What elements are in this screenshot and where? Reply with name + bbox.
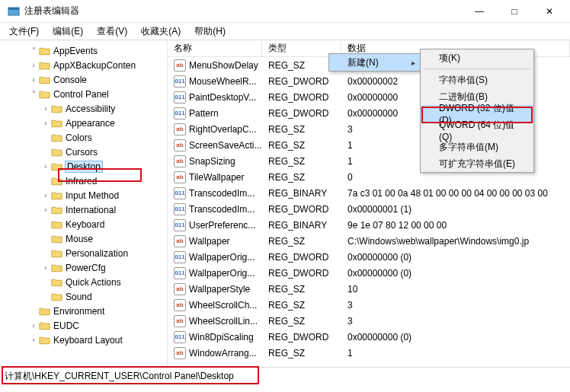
context-subitem[interactable]: 可扩充字符串值(E): [421, 155, 533, 172]
tree-node[interactable]: ›Keyboard Layout: [5, 333, 167, 347]
tree-node[interactable]: Colors: [5, 130, 167, 145]
context-menu[interactable]: 新建(N) ▸: [328, 53, 421, 72]
tree-node[interactable]: Cursors: [5, 145, 167, 159]
tree-node[interactable]: Environment: [5, 304, 167, 318]
close-button[interactable]: ✕: [532, 0, 567, 22]
tree-node[interactable]: ›Accessibility: [5, 101, 167, 116]
tree-node[interactable]: ›Console: [5, 72, 167, 87]
tree-node[interactable]: ›Appearance: [5, 116, 167, 130]
status-path: 计算机\HKEY_CURRENT_USER\Control Panel\Desk…: [5, 370, 234, 383]
tree-node[interactable]: Quick Actions: [5, 275, 167, 289]
expand-icon[interactable]: ›: [41, 191, 50, 199]
expand-icon[interactable]: ˅: [29, 46, 38, 55]
minimize-button[interactable]: —: [462, 0, 497, 22]
tree-node[interactable]: ›International: [5, 202, 167, 217]
expand-icon[interactable]: ›: [29, 336, 38, 344]
expand-icon[interactable]: ›: [29, 61, 38, 69]
context-submenu[interactable]: 项(K)字符串值(S)二进制值(B)DWORD (32 位)值(D)QWORD …: [420, 49, 534, 173]
value-type: REG_SZ: [262, 284, 341, 295]
list-row[interactable]: abWindowArrang...REG_SZ1: [168, 345, 570, 361]
folder-icon: [50, 118, 62, 129]
tree-node[interactable]: ˅AppEvents: [5, 43, 167, 58]
column-name[interactable]: 名称: [168, 40, 262, 56]
folder-icon: [50, 248, 62, 259]
menu-help[interactable]: 帮助(H): [190, 24, 230, 40]
svg-rect-1: [8, 8, 19, 10]
list-row[interactable]: 011Win8DpiScalingREG_DWORD0x00000000 (0): [168, 329, 570, 345]
context-subitem[interactable]: 多字符串值(M): [421, 139, 533, 155]
context-subitem[interactable]: 字符串值(S): [421, 72, 533, 88]
tree-node[interactable]: Infrared: [5, 174, 167, 188]
tree-node-label: Quick Actions: [66, 277, 121, 288]
value-string-icon: ab: [174, 171, 186, 183]
menu-file[interactable]: 文件(F): [5, 24, 43, 40]
value-name: WheelScrollCh...: [189, 300, 257, 311]
folder-icon: [38, 46, 50, 56]
value-type: REG_DWORD: [262, 204, 341, 215]
window-buttons: — □ ✕: [462, 0, 567, 22]
expand-icon[interactable]: ›: [41, 119, 50, 127]
list-row[interactable]: 011WallpaperOrig...REG_DWORD0x00000000 (…: [168, 249, 570, 265]
folder-icon: [50, 234, 62, 244]
list-row[interactable]: abWheelScrollLin...REG_SZ3: [168, 313, 570, 329]
window-title: 注册表编辑器: [24, 5, 462, 18]
tree-node[interactable]: ›Desktop: [5, 159, 167, 174]
list-row[interactable]: 011TranscodedIm...REG_DWORD0x00000001 (1…: [168, 201, 570, 217]
maximize-button[interactable]: □: [497, 0, 532, 22]
tree-node[interactable]: ›AppXBackupConten: [5, 58, 167, 72]
list-row[interactable]: abWallpaperStyleREG_SZ10: [168, 281, 570, 297]
menubar: 文件(F) 编辑(E) 查看(V) 收藏夹(A) 帮助(H): [0, 23, 570, 40]
tree-node[interactable]: Personalization: [5, 246, 167, 260]
tree-node[interactable]: Keyboard: [5, 217, 167, 231]
value-string-icon: ab: [174, 283, 186, 295]
menu-view[interactable]: 查看(V): [92, 24, 132, 40]
expand-icon[interactable]: ›: [29, 75, 38, 84]
menu-favorites[interactable]: 收藏夹(A): [136, 24, 185, 40]
tree-node-label: Mouse: [66, 234, 93, 244]
tree-view[interactable]: ˅AppEvents›AppXBackupConten›Console˅Cont…: [0, 40, 168, 367]
expand-icon[interactable]: ˅: [29, 90, 38, 98]
list-row[interactable]: 011UserPreferenc...REG_BINARY9e 1e 07 80…: [168, 217, 570, 233]
tree-node[interactable]: Mouse: [5, 231, 167, 246]
expand-icon[interactable]: ›: [41, 162, 50, 171]
value-name: TranscodedIm...: [189, 188, 255, 199]
value-type: REG_BINARY: [262, 220, 341, 231]
folder-icon: [38, 320, 50, 331]
value-type: REG_DWORD: [262, 268, 341, 279]
context-item-new[interactable]: 新建(N) ▸: [329, 54, 420, 71]
expand-icon[interactable]: ›: [41, 263, 50, 272]
context-subitem-label: 字符串值(S): [439, 74, 488, 87]
tree-node-label: Infrared: [66, 176, 97, 186]
expand-icon[interactable]: ›: [29, 321, 38, 330]
context-subitem[interactable]: QWORD (64 位)值(Q): [421, 122, 533, 139]
folder-icon: [50, 219, 62, 230]
value-name: ScreenSaveActi...: [189, 140, 261, 151]
folder-icon: [50, 161, 62, 172]
tree-node[interactable]: ›Input Method: [5, 188, 167, 202]
tree-node[interactable]: ˅Control Panel: [5, 87, 167, 101]
list-row[interactable]: abWallpaperREG_SZC:\Windows\web\wallpape…: [168, 233, 570, 249]
value-data: 7a c3 01 00 0a 48 01 00 00 00 04 00 00 0…: [341, 188, 570, 199]
expand-icon[interactable]: ›: [41, 104, 50, 113]
context-subitem[interactable]: 项(K): [421, 49, 533, 66]
value-string-icon: ab: [174, 235, 186, 247]
folder-icon: [38, 335, 50, 346]
menu-edit[interactable]: 编辑(E): [48, 24, 88, 40]
value-data: 0x00000001 (1): [341, 204, 570, 215]
value-name: SnapSizing: [189, 156, 235, 167]
tree-node-label: Personalization: [66, 248, 128, 259]
folder-icon: [50, 190, 62, 201]
tree-node[interactable]: ›PowerCfg: [5, 260, 167, 275]
list-row[interactable]: 011TranscodedIm...REG_BINARY7a c3 01 00 …: [168, 185, 570, 201]
tree-node[interactable]: Sound: [5, 289, 167, 304]
expand-icon[interactable]: ›: [41, 206, 50, 214]
tree-node-label: Colors: [66, 132, 92, 143]
value-type: REG_DWORD: [262, 76, 341, 87]
folder-icon: [38, 306, 50, 317]
tree-node[interactable]: ›EUDC: [5, 318, 167, 333]
value-name: WallpaperOrig...: [189, 268, 255, 279]
value-data: C:\Windows\web\wallpaper\Windows\img0.jp: [341, 236, 570, 247]
list-row[interactable]: 011WallpaperOrig...REG_DWORD0x00000000 (…: [168, 265, 570, 281]
value-string-icon: ab: [174, 59, 186, 72]
list-row[interactable]: abWheelScrollCh...REG_SZ3: [168, 297, 570, 313]
